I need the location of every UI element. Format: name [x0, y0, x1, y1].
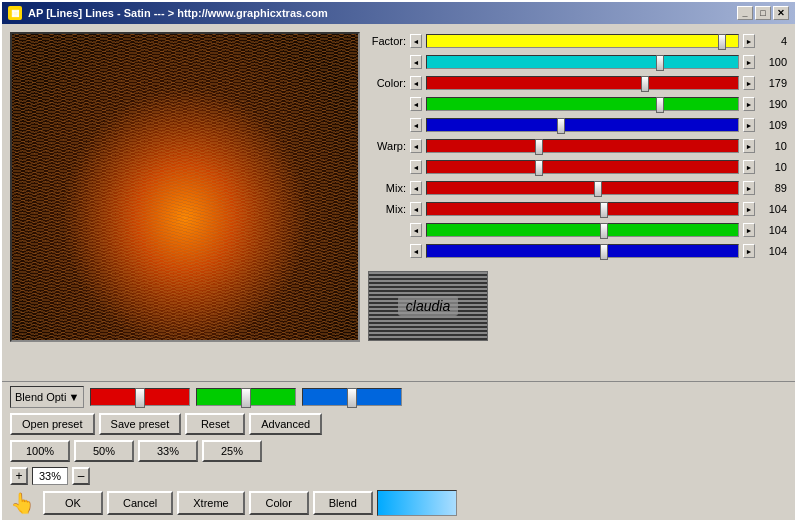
blend-green-thumb[interactable] — [241, 388, 251, 408]
mix1-slider[interactable] — [426, 181, 739, 195]
zoom-minus-button[interactable]: – — [72, 467, 90, 485]
mix-row3: ◄ ► 104 — [368, 221, 787, 239]
mix4-value: 104 — [759, 245, 787, 257]
mix2-left-arrow[interactable]: ◄ — [410, 202, 422, 216]
stamp-text: claudia — [398, 296, 458, 316]
mix3-thumb[interactable] — [600, 223, 608, 239]
mix2-slider[interactable] — [426, 202, 739, 216]
blend-blue-slider[interactable] — [302, 388, 402, 406]
color1-slider[interactable] — [426, 76, 739, 90]
stamp-inner: claudia — [369, 272, 487, 340]
mix1-right-arrow[interactable]: ► — [743, 181, 755, 195]
warp1-left-arrow[interactable]: ◄ — [410, 139, 422, 153]
color2-right-arrow[interactable]: ► — [743, 97, 755, 111]
mix1-left-arrow[interactable]: ◄ — [410, 181, 422, 195]
blend-dropdown[interactable]: Blend Opti ▼ — [10, 386, 84, 408]
factor-label: Factor: — [368, 35, 406, 47]
preview-box — [10, 32, 360, 342]
blend-dropdown-arrow: ▼ — [68, 391, 79, 403]
factor-left-arrow[interactable]: ◄ — [410, 34, 422, 48]
warp2-right-arrow[interactable]: ► — [743, 160, 755, 174]
blend-blue-thumb[interactable] — [347, 388, 357, 408]
color1-thumb[interactable] — [641, 76, 649, 92]
mix3-left-arrow[interactable]: ◄ — [410, 223, 422, 237]
warp2-left-arrow[interactable]: ◄ — [410, 160, 422, 174]
mix1-thumb[interactable] — [594, 181, 602, 197]
zoom-display: 33% — [32, 467, 68, 485]
mix4-left-arrow[interactable]: ◄ — [410, 244, 422, 258]
factor-slider[interactable] — [426, 34, 739, 48]
mix4-right-arrow[interactable]: ► — [743, 244, 755, 258]
blend-button[interactable]: Blend — [313, 491, 373, 515]
title-bar: ▦ AP [Lines] Lines - Satin --- > http://… — [2, 2, 795, 24]
color3-right-arrow[interactable]: ► — [743, 118, 755, 132]
factor-thumb[interactable] — [718, 34, 726, 50]
cancel-button[interactable]: Cancel — [107, 491, 173, 515]
blend-red-thumb[interactable] — [135, 388, 145, 408]
minimize-button[interactable]: _ — [737, 6, 753, 20]
warp1-right-arrow[interactable]: ► — [743, 139, 755, 153]
color2-value: 190 — [759, 98, 787, 110]
factor2-slider[interactable] — [426, 55, 739, 69]
color2-thumb[interactable] — [656, 97, 664, 113]
app-icon: ▦ — [8, 6, 22, 20]
blend-dropdown-label: Blend Opti — [15, 391, 66, 403]
color1-right-arrow[interactable]: ► — [743, 76, 755, 90]
factor2-right-arrow[interactable]: ► — [743, 55, 755, 69]
zoom-pct-row: 100% 50% 33% 25% — [10, 440, 787, 462]
preset-btn-row: Open preset Save preset Reset Advanced — [10, 413, 787, 435]
action-row: 👆 OK Cancel Xtreme Color Blend — [10, 490, 787, 516]
warp1-thumb[interactable] — [535, 139, 543, 155]
factor-right-arrow[interactable]: ► — [743, 34, 755, 48]
blend-red-slider[interactable] — [90, 388, 190, 406]
mix2-thumb[interactable] — [600, 202, 608, 218]
right-panel: Factor: ◄ ► 4 ◄ ► 100 Color: — [368, 32, 787, 373]
mix4-slider[interactable] — [426, 244, 739, 258]
color1-left-arrow[interactable]: ◄ — [410, 76, 422, 90]
mix1-value: 89 — [759, 182, 787, 194]
xtreme-button[interactable]: Xtreme — [177, 491, 244, 515]
main-window: ▦ AP [Lines] Lines - Satin --- > http://… — [0, 0, 797, 522]
advanced-button[interactable]: Advanced — [249, 413, 322, 435]
factor2-thumb[interactable] — [656, 55, 664, 71]
mix3-right-arrow[interactable]: ► — [743, 223, 755, 237]
mix2-right-arrow[interactable]: ► — [743, 202, 755, 216]
warp2-value: 10 — [759, 161, 787, 173]
mix-label: Mix: — [368, 182, 406, 194]
color2-left-arrow[interactable]: ◄ — [410, 97, 422, 111]
save-preset-button[interactable]: Save preset — [99, 413, 182, 435]
color3-left-arrow[interactable]: ◄ — [410, 118, 422, 132]
blend-green-slider[interactable] — [196, 388, 296, 406]
color-button[interactable]: Color — [249, 491, 309, 515]
zoom-plus-button[interactable]: + — [10, 467, 28, 485]
warp2-thumb[interactable] — [535, 160, 543, 176]
factor2-value: 100 — [759, 56, 787, 68]
ok-button[interactable]: OK — [43, 491, 103, 515]
mix3-slider[interactable] — [426, 223, 739, 237]
zoom-50-button[interactable]: 50% — [74, 440, 134, 462]
warp1-slider[interactable] — [426, 139, 739, 153]
reset-button[interactable]: Reset — [185, 413, 245, 435]
zoom-25-button[interactable]: 25% — [202, 440, 262, 462]
color-row3: ◄ ► 109 — [368, 116, 787, 134]
warp1-value: 10 — [759, 140, 787, 152]
warp2-slider[interactable] — [426, 160, 739, 174]
mix-row1: Mix: ◄ ► 89 — [368, 179, 787, 197]
zoom-33-button[interactable]: 33% — [138, 440, 198, 462]
open-preset-button[interactable]: Open preset — [10, 413, 95, 435]
color-preview-box — [377, 490, 457, 516]
color3-slider[interactable] — [426, 118, 739, 132]
preview-canvas — [12, 34, 358, 340]
maximize-button[interactable]: □ — [755, 6, 771, 20]
mix4-thumb[interactable] — [600, 244, 608, 260]
warp-row2: ◄ ► 10 — [368, 158, 787, 176]
color2-slider[interactable] — [426, 97, 739, 111]
color3-value: 109 — [759, 119, 787, 131]
zoom-100-button[interactable]: 100% — [10, 440, 70, 462]
bottom-controls: Blend Opti ▼ Open preset Save preset Res… — [2, 381, 795, 520]
color3-thumb[interactable] — [557, 118, 565, 134]
factor2-left-arrow[interactable]: ◄ — [410, 55, 422, 69]
factor-row: Factor: ◄ ► 4 — [368, 32, 787, 50]
mix-row2: Mix: ◄ ► 104 — [368, 200, 787, 218]
close-button[interactable]: ✕ — [773, 6, 789, 20]
